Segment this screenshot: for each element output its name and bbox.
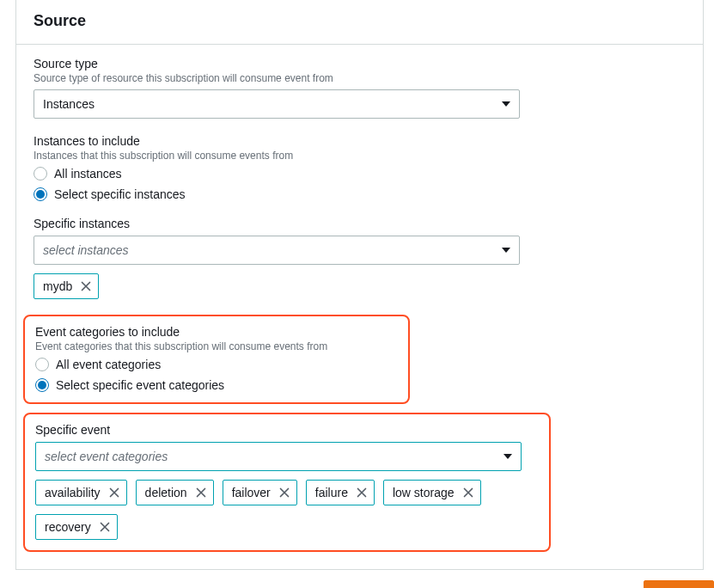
radio-all-instances-label: All instances [54,167,122,181]
create-button[interactable]: Create [644,580,714,588]
tag-remove[interactable] [81,281,91,291]
tag-label: availability [45,486,101,499]
close-icon [279,487,290,498]
source-type-group: Source type Source type of resource this… [34,57,686,119]
footer-actions: Cancel Create [0,570,714,588]
radio-icon-selected [35,378,49,392]
tag-label: mydb [43,279,72,293]
source-type-label: Source type [34,57,686,70]
source-type-select[interactable]: Instances [34,89,520,119]
instances-include-group: Instances to include Instances that this… [34,134,686,201]
tag-mydb: mydb [34,273,99,299]
panel-title: Source [34,12,686,30]
tag-remove[interactable] [196,487,206,498]
highlight-event-categories: Event categories to include Event catego… [23,315,410,404]
highlight-specific-event: Specific event select event categories a… [23,413,551,552]
radio-specific-instances-label: Select specific instances [54,187,186,201]
instances-include-label: Instances to include [34,134,686,148]
specific-instances-label: Specific instances [34,217,686,230]
radio-all-instances[interactable]: All instances [34,167,686,181]
tag-label: failure [315,486,348,499]
tag-remove[interactable] [279,487,290,498]
tag-remove[interactable] [100,522,110,532]
close-icon [109,487,119,498]
event-categories-label: Event categories to include [35,325,398,339]
tag-remove[interactable] [109,487,119,498]
close-icon [357,487,367,498]
close-icon [196,487,206,498]
caret-down-icon [503,454,512,459]
radio-specific-event-categories[interactable]: Select specific event categories [35,378,398,392]
specific-instances-select[interactable]: select instances [34,236,520,265]
radio-all-event-categories-label: All event categories [56,358,161,371]
radio-icon [34,167,47,181]
radio-specific-instances[interactable]: Select specific instances [34,187,686,201]
panel-body: Source type Source type of resource this… [16,45,703,569]
radio-icon [35,358,49,371]
radio-icon-selected [34,187,47,201]
panel-header: Source [16,0,703,45]
specific-instances-group: Specific instances select instances mydb [34,217,686,299]
caret-down-icon [502,101,510,107]
source-panel: Source Source type Source type of resour… [15,0,704,570]
tag-remove[interactable] [357,487,367,498]
tag-deletion: deletion [136,480,214,505]
tag-label: low storage [393,486,455,499]
source-type-hint: Source type of resource this subscriptio… [34,72,686,84]
caret-down-icon [502,248,510,253]
specific-event-select[interactable]: select event categories [35,442,522,471]
specific-instances-placeholder: select instances [43,243,129,257]
close-icon [100,522,110,532]
instances-include-hint: Instances that this subscription will co… [34,150,686,162]
close-icon [463,487,473,498]
tag-label: deletion [145,486,187,499]
close-icon [81,281,91,291]
specific-event-label: Specific event [35,423,539,437]
tag-label: recovery [45,520,91,534]
tag-label: failover [232,486,271,499]
tag-failover: failover [223,480,297,505]
cancel-button[interactable]: Cancel [558,580,628,588]
specific-instances-tags: mydb [34,273,686,299]
source-type-value: Instances [43,97,95,111]
radio-specific-event-categories-label: Select specific event categories [56,378,224,392]
event-categories-hint: Event categories that this subscription … [35,340,398,352]
tag-availability: availability [35,480,127,505]
specific-event-placeholder: select event categories [45,450,168,463]
tag-recovery: recovery [35,514,118,540]
specific-event-tags: availabilitydeletionfailoverfailurelow s… [35,480,539,540]
tag-low-storage: low storage [383,480,481,505]
radio-all-event-categories[interactable]: All event categories [35,358,398,371]
tag-remove[interactable] [463,487,473,498]
tag-failure: failure [306,480,375,505]
